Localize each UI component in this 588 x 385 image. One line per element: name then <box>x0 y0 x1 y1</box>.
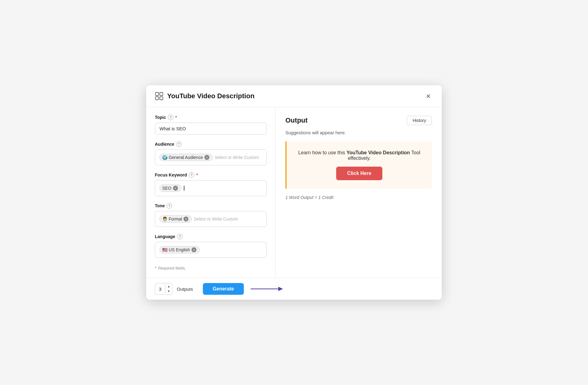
audience-group: Audience ? 🌍 General Audience × Select o… <box>155 141 267 165</box>
grid-icon <box>155 92 163 100</box>
language-group: Language ? 🇺🇸 US English × <box>155 234 267 258</box>
outputs-value: 3 <box>155 286 165 292</box>
outputs-label: Outputs <box>177 286 193 292</box>
topic-group: Topic ? * <box>155 115 267 135</box>
output-header: Output History <box>285 116 432 125</box>
left-panel: Topic ? * Audience ? 🌍 General Audience … <box>146 107 276 278</box>
spinner-down-button[interactable]: ▼ <box>165 289 172 294</box>
audience-tag-remove[interactable]: × <box>204 155 209 160</box>
info-card: Learn how to use this YouTube Video Desc… <box>285 141 432 189</box>
focus-keyword-required-star: * <box>196 172 198 177</box>
focus-keyword-label: Focus Keyword ? * <box>155 172 267 178</box>
language-help-icon[interactable]: ? <box>177 234 183 239</box>
arrow-hint <box>244 285 284 293</box>
audience-tag: 🌍 General Audience × <box>159 154 213 161</box>
language-tag-remove[interactable]: × <box>191 247 196 252</box>
svg-rect-2 <box>155 97 159 100</box>
history-button[interactable]: History <box>407 116 432 125</box>
focus-keyword-group: Focus Keyword ? * SEO × <box>155 172 267 196</box>
tone-tag-remove[interactable]: × <box>183 217 188 221</box>
svg-marker-5 <box>278 287 283 291</box>
audience-placeholder: Select or Write Custom <box>215 155 259 160</box>
spinner-up-button[interactable]: ▲ <box>165 284 172 289</box>
focus-keyword-input[interactable]: SEO × <box>155 180 267 196</box>
tone-label: Tone ? <box>155 203 267 209</box>
topic-label: Topic ? * <box>155 115 267 120</box>
output-title: Output <box>285 116 308 124</box>
generate-button[interactable]: Generate <box>203 283 244 295</box>
header-left: YouTube Video Description <box>155 92 255 100</box>
focus-keyword-tag-remove[interactable]: × <box>173 186 178 191</box>
bottom-bar: 3 ▲ ▼ Outputs Generate <box>146 278 442 300</box>
tone-group: Tone ? 🧑‍💼 Formal × Select or Write Cust… <box>155 203 267 227</box>
outputs-spinner[interactable]: 3 ▲ ▼ <box>155 283 172 295</box>
modal-title: YouTube Video Description <box>167 92 255 100</box>
language-label: Language ? <box>155 234 267 239</box>
tone-help-icon[interactable]: ? <box>167 203 172 209</box>
tone-input[interactable]: 🧑‍💼 Formal × Select or Write Custom <box>155 211 267 227</box>
modal-header: YouTube Video Description × <box>146 85 442 107</box>
focus-keyword-help-icon[interactable]: ? <box>189 172 194 178</box>
close-button[interactable]: × <box>424 91 433 101</box>
topic-required-star: * <box>175 115 177 120</box>
language-input[interactable]: 🇺🇸 US English × <box>155 242 267 258</box>
right-panel: Output History Suggestions will appear h… <box>276 107 442 278</box>
click-here-button[interactable]: Click Here <box>336 167 382 180</box>
info-card-text: Learn how to use this YouTube Video Desc… <box>296 150 422 161</box>
suggestions-text: Suggestions will appear here. <box>285 130 432 135</box>
focus-keyword-tag: SEO × <box>159 184 181 192</box>
modal: YouTube Video Description × Topic ? * Au… <box>146 85 442 300</box>
language-tag: 🇺🇸 US English × <box>159 246 200 253</box>
svg-rect-3 <box>160 97 163 100</box>
topic-input[interactable] <box>155 123 267 135</box>
audience-input[interactable]: 🌍 General Audience × Select or Write Cus… <box>155 149 267 165</box>
audience-label: Audience ? <box>155 141 267 147</box>
audience-help-icon[interactable]: ? <box>176 141 182 147</box>
svg-rect-0 <box>155 92 159 95</box>
topic-help-icon[interactable]: ? <box>168 115 173 120</box>
required-note: * Required fields. <box>155 266 267 270</box>
svg-rect-1 <box>160 92 163 95</box>
credit-note: 1 Word Output = 1 Credit <box>285 195 432 200</box>
tone-placeholder: Select or Write Custom <box>194 217 238 221</box>
spinner-buttons: ▲ ▼ <box>165 284 172 294</box>
text-cursor <box>184 186 184 191</box>
modal-body: Topic ? * Audience ? 🌍 General Audience … <box>146 107 442 278</box>
tone-tag: 🧑‍💼 Formal × <box>159 215 192 223</box>
